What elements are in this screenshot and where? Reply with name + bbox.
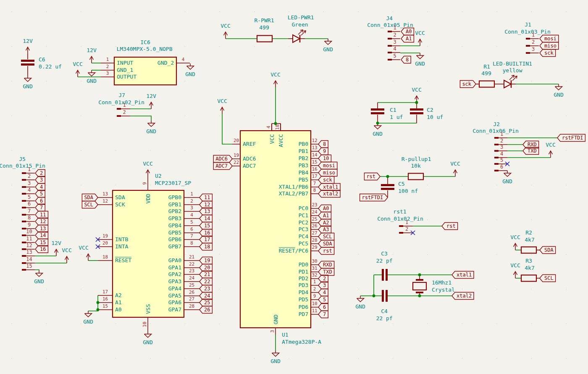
net-label-13[interactable]: 13 xyxy=(35,225,48,232)
net-label-rstFTDI[interactable]: rstFTDI xyxy=(360,194,388,201)
net-label-5[interactable]: 5 xyxy=(35,190,45,198)
resistor-R-PWR1[interactable]: R-PWR1499 xyxy=(255,17,274,42)
net-label-23[interactable]: 23 xyxy=(200,285,212,292)
net-label-A1[interactable]: A1 xyxy=(318,212,331,219)
net-label-sck[interactable]: sck xyxy=(540,50,556,57)
power-symbol-gnd[interactable]: GND xyxy=(185,63,195,77)
capacitor-C4[interactable]: C422 pf xyxy=(376,290,392,321)
net-label-4[interactable]: 4 xyxy=(318,289,328,296)
net-label-A1[interactable]: A1 xyxy=(401,35,414,42)
net-label-SCL[interactable]: SCL xyxy=(82,201,98,208)
net-label-26[interactable]: 26 xyxy=(200,306,212,313)
power-symbol-gnd[interactable]: GND xyxy=(355,296,365,310)
ic-U2[interactable]: U2MCP23017_SP13SDA12SCK19INTB20INTA18RES… xyxy=(98,173,200,332)
wire[interactable] xyxy=(35,270,39,271)
capacitor-C2[interactable]: C210 uf xyxy=(410,107,443,120)
net-label-2[interactable]: 2 xyxy=(318,275,328,282)
ic-U1[interactable]: U1ATmega328P-A20AREF19ADC622ADC712PB013P… xyxy=(232,124,321,345)
net-label-16[interactable]: 16 xyxy=(35,246,48,253)
power-symbol-gnd[interactable]: GND xyxy=(502,171,512,184)
net-label-A2[interactable]: A2 xyxy=(318,219,331,227)
power-symbol-gnd[interactable]: GND xyxy=(554,84,564,98)
net-label-xtal2[interactable]: xtal2 xyxy=(318,190,340,198)
net-label-11[interactable]: 11 xyxy=(35,211,48,219)
net-label-sck[interactable]: sck xyxy=(460,81,476,88)
net-label-24[interactable]: 24 xyxy=(200,292,212,300)
net-label-15[interactable]: 15 xyxy=(200,222,212,229)
net-label-16[interactable]: 16 xyxy=(200,229,212,237)
resistor-R2[interactable]: R24k7 xyxy=(521,229,536,253)
power-symbol-gnd[interactable]: GND xyxy=(23,76,33,90)
net-label-14[interactable]: 14 xyxy=(200,215,212,222)
resistor-R-pullup1[interactable]: R-pullup110k xyxy=(402,156,431,180)
net-label-SCL[interactable]: SCL xyxy=(318,233,334,240)
net-label-7[interactable]: 7 xyxy=(318,311,328,318)
net-label-ADC7[interactable]: ADC7 xyxy=(213,163,232,170)
power-symbol-vcc[interactable]: VCC xyxy=(143,161,152,176)
connector-J5[interactable]: J5Conn_01x15_Pin123456789101112131415 xyxy=(0,156,45,271)
net-label-12[interactable]: 12 xyxy=(35,218,48,225)
net-label-21[interactable]: 21 xyxy=(200,271,212,278)
led-LED-PWR1[interactable]: LED-PWR1Green xyxy=(288,14,314,42)
connector-J1[interactable]: J1Conn_01x03_Pin123 xyxy=(504,21,551,54)
power-symbol-vcc[interactable]: VCC xyxy=(220,23,230,39)
power-symbol-12v[interactable]: 12V xyxy=(23,38,33,54)
net-label-SDA[interactable]: SDA xyxy=(318,240,334,248)
power-symbol-vcc[interactable]: VCC xyxy=(217,98,227,114)
capacitor-C3[interactable]: C322 pf xyxy=(376,250,392,281)
net-label-9[interactable]: 9 xyxy=(318,148,328,155)
net-label-TXD[interactable]: TXD xyxy=(523,147,539,155)
net-label-12[interactable]: 12 xyxy=(200,201,212,208)
net-label-ADC6[interactable]: ADC6 xyxy=(213,155,232,163)
net-label-13[interactable]: 13 xyxy=(200,208,212,215)
power-symbol-gnd[interactable]: GND xyxy=(323,39,333,53)
net-label-xtal1[interactable]: xtal1 xyxy=(318,184,340,191)
wire[interactable] xyxy=(130,116,151,121)
capacitor-C6[interactable]: C60.22 uf xyxy=(21,56,62,70)
net-label-miso[interactable]: miso xyxy=(318,169,337,176)
net-label-15[interactable]: 15 xyxy=(35,239,48,246)
power-symbol-vcc[interactable]: VCC xyxy=(510,262,520,278)
power-symbol-vcc[interactable]: VCC xyxy=(510,234,520,250)
net-label-xtal2[interactable]: xtal2 xyxy=(452,292,474,300)
net-label-2[interactable]: 2 xyxy=(35,170,45,177)
net-label-7[interactable]: 7 xyxy=(35,204,45,211)
net-label-xtal1[interactable]: xtal1 xyxy=(452,271,474,279)
power-symbol-vcc[interactable]: VCC xyxy=(270,71,280,87)
connector-rst1[interactable]: rst1Conn_01x02_Pin12 xyxy=(377,208,423,234)
power-symbol-12v[interactable]: 12V xyxy=(146,93,156,109)
net-label-miso[interactable]: miso xyxy=(540,42,559,50)
net-label-8[interactable]: 8 xyxy=(401,56,411,63)
net-label-mosi[interactable]: mosi xyxy=(318,162,337,169)
power-symbol-vcc[interactable]: VCC xyxy=(450,161,460,176)
net-label-8[interactable]: 8 xyxy=(318,141,328,148)
net-label-20[interactable]: 20 xyxy=(200,264,212,271)
net-label-A0[interactable]: A0 xyxy=(401,28,414,35)
wire[interactable] xyxy=(88,295,98,311)
power-symbol-gnd[interactable]: GND xyxy=(270,350,281,364)
capacitor-C5[interactable]: C5100 nf xyxy=(381,181,418,194)
net-label-17[interactable]: 17 xyxy=(200,236,212,243)
net-label-5[interactable]: 5 xyxy=(318,296,328,303)
net-label-mosi[interactable]: mosi xyxy=(540,35,559,42)
power-symbol-vcc[interactable]: VCC xyxy=(415,30,425,46)
power-symbol-gnd[interactable]: GND xyxy=(373,123,383,137)
net-label-11[interactable]: 11 xyxy=(200,194,212,201)
net-label-3[interactable]: 3 xyxy=(35,176,45,184)
power-symbol-vcc[interactable]: VCC xyxy=(546,142,555,158)
power-symbol-vcc[interactable]: VCC xyxy=(73,61,82,77)
power-symbol-12v[interactable]: 12V xyxy=(87,47,97,63)
net-label-3[interactable]: 3 xyxy=(318,282,328,289)
power-symbol-gnd[interactable]: GND xyxy=(34,271,44,284)
resistor-R1[interactable]: R1499 xyxy=(479,63,494,87)
power-symbol-gnd[interactable]: GND xyxy=(146,121,156,134)
net-label-rst[interactable]: rst xyxy=(364,173,380,180)
net-label-14[interactable]: 14 xyxy=(35,232,48,239)
net-label-4[interactable]: 4 xyxy=(35,184,45,191)
net-label-RXD[interactable]: RXD xyxy=(318,261,334,269)
net-label-rst[interactable]: rst xyxy=(442,223,458,230)
net-label-SCL[interactable]: SCL xyxy=(540,275,556,282)
resistor-R3[interactable]: R34k7 xyxy=(521,258,536,282)
net-label-rstFTDI[interactable]: rstFTDI xyxy=(557,134,585,142)
connector-J7[interactable]: J7Conn_01x02_Pin12 xyxy=(98,92,144,117)
